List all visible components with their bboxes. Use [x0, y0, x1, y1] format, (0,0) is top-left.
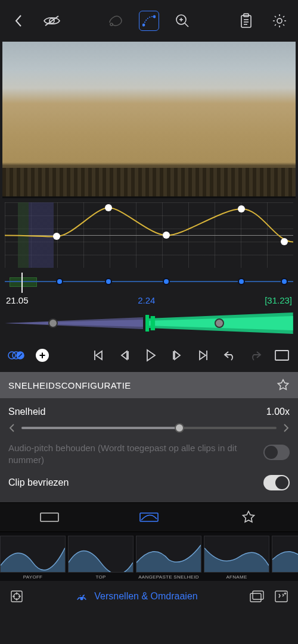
timeline-keyframe[interactable] — [238, 278, 245, 285]
increase-icon[interactable] — [283, 423, 290, 433]
audio-pitch-row: Audio-pitch behouden (Wordt toegepast op… — [8, 442, 290, 467]
preset-label: TOP — [95, 574, 105, 580]
keyframe-timeline[interactable] — [5, 273, 293, 293]
timeline-clip[interactable] — [10, 277, 37, 287]
svg-rect-42 — [250, 593, 261, 602]
effect-name-label: SNELHEID (NIET-LINE… — [8, 186, 114, 196]
clipboard-icon[interactable] — [236, 11, 256, 31]
tab-curve-icon[interactable] — [137, 509, 161, 525]
undo-icon[interactable] — [219, 345, 240, 365]
decrease-icon[interactable] — [8, 423, 15, 433]
svg-rect-9 — [241, 15, 251, 27]
step-back-icon[interactable] — [114, 345, 135, 365]
tool-lasso-icon[interactable] — [105, 11, 126, 31]
svg-rect-31 — [275, 351, 288, 360]
preset-item[interactable]: PAYOFF — [0, 536, 66, 580]
svg-point-14 — [277, 18, 282, 23]
speed-curve-editor[interactable] — [5, 202, 293, 268]
zoom-in-icon[interactable] — [172, 11, 193, 31]
step-forward-icon[interactable] — [167, 345, 187, 365]
config-panel: Snelheid 1.00x Audio-pitch behouden (Wor… — [0, 398, 298, 502]
preview-label-bar: SNELHEID (NIET-LINE… NIET-LINEAIRE PRESE… — [2, 183, 296, 198]
svg-point-3 — [142, 24, 144, 26]
redo-icon[interactable] — [246, 345, 266, 365]
tab-favorites-icon[interactable] — [237, 509, 260, 525]
time-duration: [31.23] — [265, 295, 292, 305]
speedometer-icon — [75, 590, 88, 603]
keyframe-dot[interactable] — [281, 238, 288, 245]
svg-text:✦: ✦ — [283, 591, 287, 596]
timeline-keyframe[interactable] — [56, 278, 63, 285]
settings-icon[interactable] — [269, 11, 290, 31]
svg-rect-43 — [253, 591, 263, 599]
bottom-bar: Versnellen & Omdraaien ✦ — [0, 581, 298, 612]
svg-point-4 — [153, 15, 155, 17]
preset-label: AANGEPASTE SNELHEID — [138, 574, 199, 580]
svg-rect-32 — [41, 513, 58, 521]
audio-pitch-toggle[interactable] — [263, 445, 290, 460]
keyframe-dot[interactable] — [238, 205, 245, 212]
mode-button[interactable]: Versnellen & Omdraaien — [75, 590, 197, 603]
library-icon[interactable] — [249, 590, 265, 603]
range-selector[interactable] — [5, 311, 293, 335]
preset-item[interactable] — [272, 536, 298, 580]
fullscreen-icon[interactable] — [272, 345, 292, 365]
preset-label: PAYOFF — [23, 574, 43, 580]
mode-label: Versnellen & Omdraaien — [94, 591, 197, 602]
preset-tabs — [0, 502, 298, 532]
tab-linear-icon[interactable] — [38, 509, 61, 525]
keyframe-dot[interactable] — [105, 204, 112, 211]
config-title: SNELHEIDSCONFIGURATIE — [8, 380, 131, 390]
playhead[interactable] — [21, 273, 23, 293]
speed-value: 1.00x — [266, 407, 290, 417]
transport-bar: + — [0, 339, 298, 372]
speed-slider[interactable] — [21, 427, 277, 429]
favorite-star-icon[interactable] — [277, 379, 290, 392]
timeline-keyframe[interactable] — [163, 278, 170, 285]
freeze-clip-label: Clip bevriezen — [8, 477, 69, 488]
range-handle[interactable] — [48, 318, 58, 328]
config-header: SNELHEIDSCONFIGURATIE — [0, 372, 298, 398]
timeline-keyframe[interactable] — [281, 278, 288, 285]
add-keyframe-button[interactable]: + — [32, 345, 52, 365]
timeline-keyframe[interactable] — [105, 278, 112, 285]
back-button[interactable] — [8, 11, 29, 31]
skip-start-icon[interactable] — [88, 345, 108, 365]
preset-strip[interactable]: PAYOFF TOP AANGEPASTE SNELHEID AFNAME — [0, 532, 298, 581]
keyframe-dot[interactable] — [53, 233, 60, 240]
play-icon[interactable] — [141, 345, 161, 365]
preset-item[interactable]: TOP — [68, 536, 134, 580]
preset-label: AFNAME — [226, 574, 247, 580]
audio-pitch-label: Audio-pitch behouden (Wordt toegepast op… — [8, 443, 237, 465]
effects-icon[interactable]: ✦ — [274, 590, 288, 603]
skip-end-icon[interactable] — [193, 345, 213, 365]
preset-item[interactable]: AANGEPASTE SNELHEID — [136, 536, 201, 580]
svg-line-6 — [185, 23, 188, 27]
tool-curve-icon[interactable] — [139, 11, 159, 31]
speed-label: Snelheid — [8, 407, 45, 417]
presets-dropdown-label[interactable]: NIET-LINEAIRE PRESETS — [163, 186, 274, 196]
chevron-down-icon[interactable] — [280, 187, 290, 193]
slider-thumb[interactable] — [175, 423, 184, 433]
time-current: 2.24 — [138, 295, 155, 305]
range-handle[interactable] — [215, 318, 224, 328]
svg-point-2 — [110, 23, 113, 26]
ripple-toggle-icon[interactable] — [6, 345, 26, 365]
top-toolbar — [0, 0, 298, 42]
freeze-clip-toggle[interactable] — [263, 475, 290, 490]
time-start: 21.05 — [6, 295, 29, 305]
visibility-icon[interactable] — [42, 11, 62, 31]
crop-target-icon[interactable] — [10, 589, 24, 604]
keyframe-dot[interactable] — [163, 232, 170, 239]
svg-point-22 — [8, 352, 15, 359]
video-preview[interactable]: SNELHEID (NIET-LINE… NIET-LINEAIRE PRESE… — [2, 42, 296, 196]
preset-item[interactable]: AFNAME — [204, 536, 269, 580]
time-readout: 21.05 2.24 [31.23] — [0, 295, 298, 305]
